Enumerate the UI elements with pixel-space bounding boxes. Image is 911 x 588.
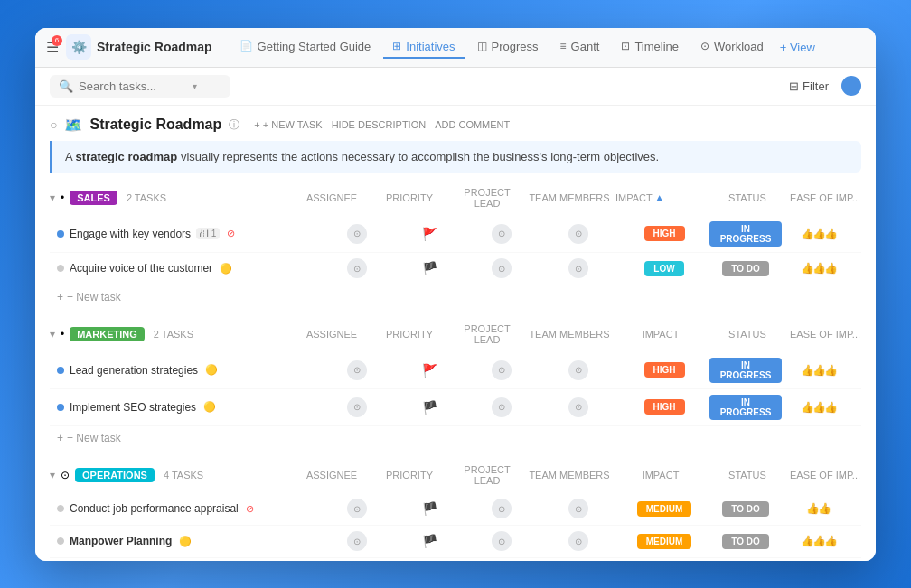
team-members-avatar[interactable]: ⊙ [568, 258, 588, 278]
team-members-avatar[interactable]: ⊙ [568, 360, 588, 380]
operations-badge: OPERATIONS [75, 468, 155, 482]
project-lead-avatar[interactable]: ⊙ [492, 499, 512, 518]
marketing-badge: MARKETING [70, 327, 145, 341]
tab-workload[interactable]: ⊙ Workload [691, 36, 773, 59]
task-name: Manpower Planning [70, 535, 172, 547]
status-badge: TO DO [722, 534, 768, 549]
filter-button[interactable]: ⊟ Filter [782, 76, 836, 97]
hide-description-button[interactable]: HIDE DESCRIPTION [332, 119, 427, 130]
task-name: Conduct job performance appraisal [70, 502, 239, 515]
table-row[interactable]: Lead generation strategies 🟡 ⊙ 🚩 ⊙ ⊙ HIG… [50, 352, 861, 389]
impact-badge: LOW [644, 261, 683, 276]
tab-progress[interactable]: ◫ Progress [468, 36, 548, 59]
project-lead-avatar[interactable]: ⊙ [492, 531, 512, 551]
info-icon[interactable]: ⓘ [229, 117, 239, 133]
task-status-dot [57, 505, 64, 512]
impact-badge: HIGH [644, 362, 685, 378]
sales-badge: SALES [70, 191, 117, 205]
project-lead-avatar[interactable]: ⊙ [492, 397, 512, 417]
gantt-icon: ≡ [560, 40, 567, 52]
section-marketing: ▾ • MARKETING 2 TASKS ASSIGNEE PRIORITY … [50, 323, 861, 450]
section-operations-header: ▾ ⊙ OPERATIONS 4 TASKS ASSIGNEE PRIORITY… [50, 464, 861, 486]
status-badge: TO DO [722, 501, 768, 517]
workload-icon: ⊙ [700, 40, 709, 52]
status-badge: TO DO [722, 261, 768, 276]
table-row[interactable]: Implement SEO strategies 🟡 ⊙ 🏴 ⊙ ⊙ HIGH … [50, 389, 861, 426]
new-task-button[interactable]: + + New task [50, 426, 861, 450]
sales-collapse-icon[interactable]: ▾ [50, 191, 55, 204]
search-box[interactable]: 🔍 ▾ [50, 75, 230, 98]
ease-thumbs: 👍👍👍 [801, 228, 836, 240]
impact-badge: MEDIUM [637, 501, 692, 517]
assignee-avatar[interactable]: ⊙ [347, 531, 367, 551]
warning-icon: 🟡 [205, 364, 218, 376]
warning-icon: 🟡 [203, 401, 216, 413]
table-row[interactable]: Perform job analysis 🟡 ⊙ 🏴 ⊙ ⊙ LOW CANCE… [50, 558, 861, 561]
tab-gantt[interactable]: ≡ Gantt [551, 36, 609, 59]
task-name: Lead generation strategies [70, 364, 198, 377]
grid-icon: ⊞ [392, 40, 401, 52]
subtask-count: ⛙ 1 [196, 228, 220, 239]
tab-getting-started[interactable]: 📄 Getting Started Guide [230, 36, 380, 59]
new-task-button[interactable]: + + New task [50, 285, 861, 309]
table-row[interactable]: Acquire voice of the customer 🟡 ⊙ 🏴 ⊙ ⊙ … [50, 253, 861, 285]
task-name-cell: Conduct job performance appraisal ⊘ [57, 502, 321, 515]
add-view-button[interactable]: + View [780, 41, 815, 54]
team-members-avatar[interactable]: ⊙ [568, 499, 588, 518]
assignee-avatar[interactable]: ⊙ [347, 360, 367, 380]
priority-flag: 🚩 [422, 363, 437, 378]
task-name-cell: Lead generation strategies 🟡 [57, 364, 321, 377]
status-badge: IN PROGRESS [709, 358, 782, 383]
search-input[interactable] [79, 79, 187, 93]
task-name-cell: Engage with key vendors ⛙ 1 ⊘ [57, 228, 321, 240]
team-members-avatar[interactable]: ⊙ [568, 531, 588, 551]
task-status-dot [57, 404, 64, 411]
task-name: Acquire voice of the customer [70, 262, 212, 275]
impact-sort-icon[interactable]: ▲ [655, 192, 664, 202]
operations-collapse-icon[interactable]: ▾ [50, 469, 55, 481]
assignee-avatar[interactable]: ⊙ [347, 258, 367, 278]
task-name-cell: Acquire voice of the customer 🟡 [57, 262, 321, 275]
user-avatar[interactable] [841, 76, 861, 96]
menu-icon[interactable]: ☰ 6 [46, 39, 59, 56]
assignee-avatar[interactable]: ⊙ [347, 499, 367, 518]
table-row[interactable]: Engage with key vendors ⛙ 1 ⊘ ⊙ 🚩 ⊙ ⊙ HI… [50, 216, 861, 253]
assignee-avatar[interactable]: ⊙ [347, 397, 367, 417]
team-members-avatar[interactable]: ⊙ [568, 397, 588, 417]
tab-initiatives[interactable]: ⊞ Initiatives [383, 36, 464, 59]
priority-flag: 🏴 [422, 534, 437, 548]
priority-flag: 🏴 [422, 261, 437, 275]
assignee-avatar[interactable]: ⊙ [347, 224, 367, 244]
tab-timeline[interactable]: ⊡ Timeline [612, 36, 688, 59]
workspace-icon: ⚙️ [66, 34, 91, 60]
content-area: ○ 🗺️ Strategic Roadmap ⓘ + + NEW TASK HI… [35, 106, 876, 561]
project-lead-avatar[interactable]: ⊙ [492, 258, 512, 278]
table-row[interactable]: Manpower Planning 🟡 ⊙ 🏴 ⊙ ⊙ MEDIUM TO DO… [50, 526, 861, 558]
priority-flag: 🏴 [422, 501, 437, 516]
error-icon: ⊘ [227, 228, 235, 239]
collapse-button[interactable]: ○ [50, 117, 57, 132]
task-status-dot [57, 537, 64, 545]
impact-badge: HIGH [644, 226, 685, 241]
project-lead-avatar[interactable]: ⊙ [492, 224, 512, 244]
ease-thumbs: 👍👍👍 [801, 401, 836, 414]
notification-badge: 6 [52, 35, 62, 46]
add-comment-button[interactable]: ADD COMMENT [435, 119, 510, 130]
table-row[interactable]: Conduct job performance appraisal ⊘ ⊙ 🏴 … [50, 493, 861, 526]
impact-badge: MEDIUM [637, 534, 692, 549]
filter-icon: ⊟ [789, 79, 799, 93]
dropdown-arrow-icon[interactable]: ▾ [193, 81, 197, 91]
impact-badge: HIGH [644, 399, 685, 415]
new-task-button[interactable]: + + NEW TASK [254, 119, 322, 130]
marketing-collapse-icon[interactable]: ▾ [50, 328, 55, 341]
doc-icon: 📄 [239, 40, 253, 52]
project-lead-avatar[interactable]: ⊙ [492, 360, 512, 380]
task-status-dot [57, 367, 64, 374]
team-members-avatar[interactable]: ⊙ [568, 224, 588, 244]
task-name: Engage with key vendors [70, 228, 191, 240]
task-name: Implement SEO strategies [70, 401, 196, 414]
warning-icon: 🟡 [220, 263, 232, 275]
page-title: Strategic Roadmap [89, 117, 221, 133]
tab-bar: ☰ 6 ⚙️ Strategic Roadmap 📄 Getting Start… [35, 28, 876, 68]
project-name: Strategic Roadmap [97, 40, 212, 54]
